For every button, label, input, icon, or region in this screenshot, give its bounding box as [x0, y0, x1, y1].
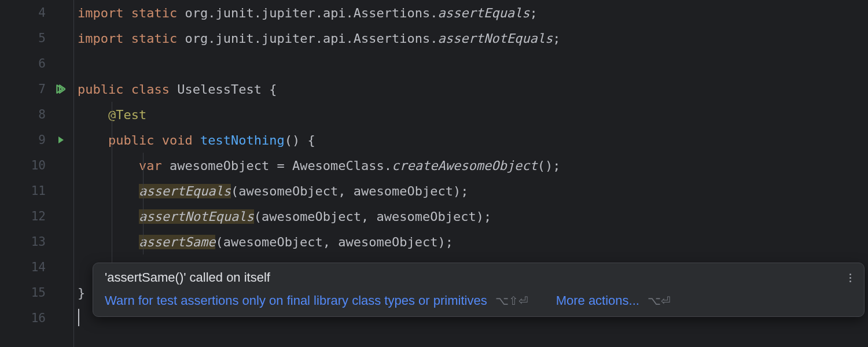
- code-line: assertSame(awesomeObject, awesomeObject)…: [78, 229, 868, 254]
- line-number: 10: [31, 158, 73, 172]
- line-number: 8: [38, 108, 73, 121]
- line-number: 4: [38, 6, 73, 20]
- run-test-icon[interactable]: [56, 135, 65, 145]
- more-icon[interactable]: [847, 271, 854, 285]
- shortcut-label: ⌥⏎: [648, 294, 671, 308]
- inspection-title: 'assertSame()' called on itself: [105, 270, 852, 285]
- line-number: 16: [31, 311, 73, 325]
- line-number: 6: [38, 57, 73, 71]
- warning-assertNotEquals[interactable]: assertNotEquals: [139, 209, 254, 224]
- quickfix-warn-link[interactable]: Warn for test assertions only on final l…: [105, 293, 487, 308]
- code-line: import static org.junit.jupiter.api.Asse…: [78, 0, 868, 25]
- code-line: assertEquals(awesomeObject, awesomeObjec…: [78, 178, 868, 204]
- code-line: @Test: [78, 102, 868, 127]
- line-number: 14: [31, 260, 73, 274]
- more-actions-link[interactable]: More actions...: [556, 293, 639, 308]
- code-line: var awesomeObject = AwesomeClass.createA…: [78, 153, 868, 178]
- code-line: assertNotEquals(awesomeObject, awesomeOb…: [78, 204, 868, 229]
- code-line: import static org.junit.jupiter.api.Asse…: [78, 25, 868, 51]
- line-number: 15: [31, 286, 73, 300]
- warning-assertSame[interactable]: assertSame: [139, 235, 215, 249]
- line-number: 5: [38, 31, 73, 45]
- gutter: 4 5 6 7 8 9 10 11 12 13 14 15 16: [0, 0, 74, 347]
- shortcut-label: ⌥⇧⏎: [495, 294, 528, 308]
- run-class-icon[interactable]: [55, 84, 65, 94]
- warning-assertEquals[interactable]: assertEquals: [139, 184, 231, 198]
- line-number: 13: [31, 235, 73, 249]
- line-number: 11: [31, 184, 73, 198]
- line-number: 12: [31, 209, 73, 223]
- code-line: public class UselessTest {: [78, 76, 868, 102]
- code-line: public void testNothing() {: [78, 127, 868, 153]
- code-line: [78, 51, 868, 76]
- inspection-popup: 'assertSame()' called on itself Warn for…: [93, 263, 865, 317]
- caret: [78, 309, 79, 326]
